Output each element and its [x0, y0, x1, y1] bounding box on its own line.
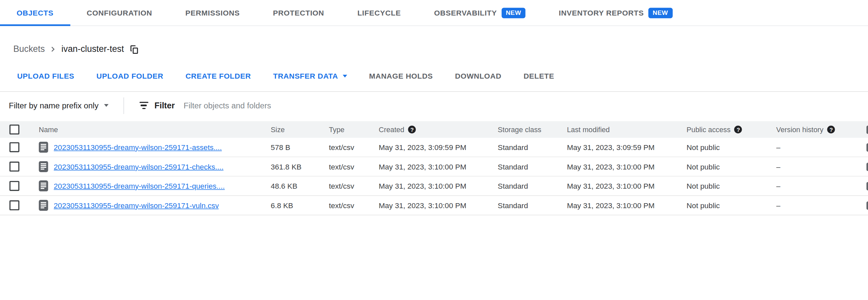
- clipped-row-action-icon[interactable]: [866, 182, 868, 190]
- tab-label: PROTECTION: [273, 9, 324, 17]
- object-name-cell: 20230531130955-dreamy-wilson-259171-asse…: [31, 142, 271, 153]
- download-button[interactable]: DOWNLOAD: [455, 72, 501, 80]
- object-link[interactable]: 20230531130955-dreamy-wilson-259171-chec…: [54, 163, 223, 171]
- button-label: UPLOAD FILES: [17, 72, 74, 80]
- object-actions-toolbar: UPLOAD FILES UPLOAD FOLDER CREATE FOLDER…: [0, 56, 868, 81]
- button-label: UPLOAD FOLDER: [96, 72, 163, 80]
- version-history-cell: –: [776, 182, 861, 190]
- tab-label: OBJECTS: [17, 9, 53, 17]
- clipped-row-action-icon[interactable]: [866, 163, 868, 171]
- tab-lifecycle[interactable]: LIFECYCLE: [341, 0, 417, 26]
- tab-bar: OBJECTS CONFIGURATION PERMISSIONS PROTEC…: [0, 0, 868, 26]
- row-checkbox[interactable]: [9, 142, 19, 152]
- column-header-last-modified[interactable]: Last modified: [567, 125, 686, 133]
- column-header-version-history[interactable]: Version history ?: [776, 125, 861, 133]
- storage-class-cell: Standard: [498, 182, 567, 190]
- tab-objects[interactable]: OBJECTS: [0, 0, 70, 26]
- type-cell: text/csv: [329, 201, 379, 209]
- select-all-checkbox[interactable]: [9, 125, 19, 134]
- objects-table: Name Size Type Created ? Storage class L…: [0, 121, 868, 215]
- size-cell: 361.8 KB: [271, 163, 329, 171]
- new-badge: NEW: [648, 8, 672, 18]
- tab-permissions[interactable]: PERMISSIONS: [168, 0, 256, 26]
- public-access-cell: Not public: [686, 201, 776, 209]
- vertical-divider: [123, 97, 124, 114]
- type-cell: text/csv: [329, 163, 379, 171]
- tab-observability[interactable]: OBSERVABILITY NEW: [417, 0, 542, 26]
- tab-configuration[interactable]: CONFIGURATION: [70, 0, 168, 26]
- copy-icon[interactable]: [130, 44, 139, 54]
- created-cell: May 31, 2023, 3:10:00 PM: [379, 163, 498, 171]
- caret-down-icon: [342, 74, 347, 77]
- column-header-size[interactable]: Size: [271, 125, 329, 133]
- csv-file-icon: [39, 180, 48, 192]
- tab-label: CONFIGURATION: [87, 9, 152, 17]
- upload-files-button[interactable]: UPLOAD FILES: [17, 72, 74, 80]
- object-name-cell: 20230531130955-dreamy-wilson-259171-quer…: [31, 180, 271, 192]
- tab-label: INVENTORY REPORTS: [559, 9, 644, 17]
- breadcrumb-buckets-link[interactable]: Buckets: [13, 44, 44, 54]
- row-checkbox[interactable]: [9, 181, 19, 191]
- tab-label: OBSERVABILITY: [434, 9, 497, 17]
- caret-down-icon: [104, 104, 108, 107]
- table-header-row: Name Size Type Created ? Storage class L…: [0, 121, 868, 138]
- new-badge: NEW: [501, 8, 526, 18]
- transfer-data-button[interactable]: TRANSFER DATA: [273, 72, 347, 80]
- object-name-cell: 20230531130955-dreamy-wilson-259171-chec…: [31, 161, 271, 172]
- row-checkbox[interactable]: [9, 162, 19, 171]
- filter-label: Filter: [154, 101, 175, 110]
- upload-folder-button[interactable]: UPLOAD FOLDER: [96, 72, 163, 80]
- last-modified-cell: May 31, 2023, 3:10:00 PM: [567, 163, 686, 171]
- button-label: DOWNLOAD: [455, 72, 501, 80]
- public-access-cell: Not public: [686, 163, 776, 171]
- version-history-cell: –: [776, 143, 861, 151]
- row-checkbox[interactable]: [9, 200, 19, 210]
- help-icon[interactable]: ?: [408, 126, 416, 133]
- filter-objects-input[interactable]: [184, 101, 868, 110]
- column-header-public-access[interactable]: Public access ?: [686, 125, 776, 133]
- csv-file-icon: [39, 200, 48, 211]
- created-cell: May 31, 2023, 3:09:59 PM: [379, 143, 498, 151]
- version-history-cell: –: [776, 163, 861, 171]
- storage-class-cell: Standard: [498, 201, 567, 209]
- create-folder-button[interactable]: CREATE FOLDER: [185, 72, 251, 80]
- version-history-cell: –: [776, 201, 861, 209]
- button-label: TRANSFER DATA: [273, 72, 338, 80]
- tab-inventory-reports[interactable]: INVENTORY REPORTS NEW: [542, 0, 689, 26]
- last-modified-cell: May 31, 2023, 3:10:00 PM: [567, 182, 686, 190]
- last-modified-cell: May 31, 2023, 3:10:00 PM: [567, 201, 686, 209]
- help-icon[interactable]: ?: [827, 126, 835, 133]
- tab-protection[interactable]: PROTECTION: [256, 0, 340, 26]
- storage-class-cell: Standard: [498, 163, 567, 171]
- tab-label: LIFECYCLE: [357, 9, 401, 17]
- manage-holds-button[interactable]: MANAGE HOLDS: [369, 72, 433, 80]
- table-row: 20230531130955-dreamy-wilson-259171-asse…: [0, 138, 868, 157]
- tab-label: PERMISSIONS: [185, 9, 240, 17]
- created-cell: May 31, 2023, 3:10:00 PM: [379, 182, 498, 190]
- table-row: 20230531130955-dreamy-wilson-259171-vuln…: [0, 196, 868, 215]
- csv-file-icon: [39, 161, 48, 172]
- last-modified-cell: May 31, 2023, 3:09:59 PM: [567, 143, 686, 151]
- public-access-cell: Not public: [686, 143, 776, 151]
- object-link[interactable]: 20230531130955-dreamy-wilson-259171-quer…: [54, 182, 224, 190]
- filter-scope-dropdown[interactable]: Filter by name prefix only: [9, 101, 108, 110]
- size-cell: 6.8 KB: [271, 201, 329, 209]
- bucket-name: ivan-cluster-test: [61, 44, 124, 54]
- help-icon[interactable]: ?: [735, 126, 742, 133]
- type-cell: text/csv: [329, 182, 379, 190]
- object-name-cell: 20230531130955-dreamy-wilson-259171-vuln…: [31, 200, 271, 211]
- filter-icon: [139, 102, 149, 109]
- clipped-row-action-icon[interactable]: [866, 143, 868, 151]
- object-link[interactable]: 20230531130955-dreamy-wilson-259171-vuln…: [54, 201, 219, 209]
- column-header-type[interactable]: Type: [329, 125, 379, 133]
- object-link[interactable]: 20230531130955-dreamy-wilson-259171-asse…: [54, 143, 222, 151]
- delete-button[interactable]: DELETE: [524, 72, 554, 80]
- public-access-cell: Not public: [686, 182, 776, 190]
- column-header-storage-class[interactable]: Storage class: [498, 125, 567, 133]
- button-label: CREATE FOLDER: [185, 72, 251, 80]
- column-header-name[interactable]: Name: [31, 125, 271, 133]
- clipped-row-action-icon[interactable]: [866, 201, 868, 209]
- csv-file-icon: [39, 142, 48, 153]
- filter-scope-label: Filter by name prefix only: [9, 101, 98, 110]
- column-header-created[interactable]: Created ?: [379, 125, 498, 133]
